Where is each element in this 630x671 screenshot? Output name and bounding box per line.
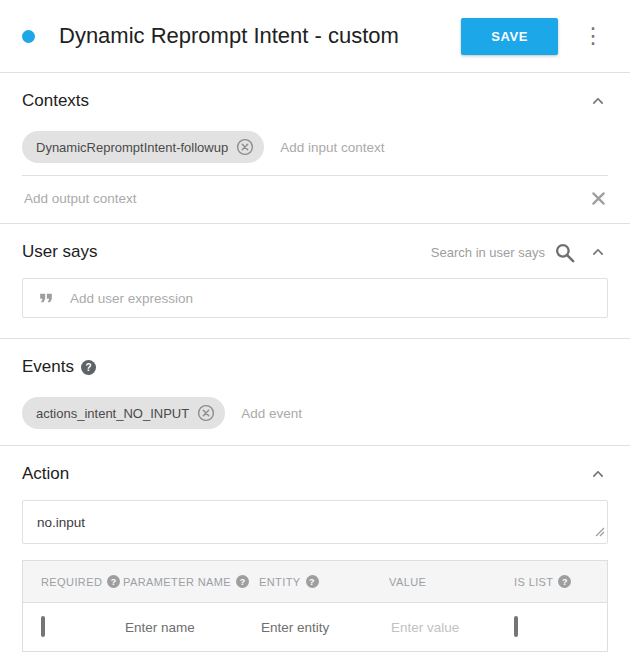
- add-event-field[interactable]: [239, 405, 608, 422]
- more-options-icon[interactable]: ⋮: [578, 23, 608, 49]
- events-help-icon[interactable]: ?: [81, 360, 96, 375]
- contexts-section: Contexts DynamicRepromptIntent-followup: [0, 89, 630, 223]
- add-output-context-field[interactable]: [22, 190, 589, 207]
- user-says-header: User says: [22, 240, 608, 264]
- add-user-expression-field[interactable]: [68, 290, 594, 307]
- header: Dynamic Reprompt Intent - custom SAVE ⋮: [0, 0, 630, 72]
- col-label: ENTITY: [259, 576, 301, 588]
- intent-status-dot: [22, 30, 35, 43]
- parameters-header-row: REQUIRED ? PARAMETER NAME ? ENTITY ? VAL…: [23, 561, 607, 603]
- chip-label: DynamicRepromptIntent-followup: [36, 140, 228, 155]
- resize-grip-icon[interactable]: [595, 523, 605, 541]
- collapse-contexts-icon[interactable]: [588, 91, 608, 111]
- intent-editor: Dynamic Reprompt Intent - custom SAVE ⋮ …: [0, 0, 630, 652]
- action-section: Action: [0, 462, 630, 544]
- is-list-help-icon[interactable]: ?: [558, 575, 571, 588]
- col-parameter-name: PARAMETER NAME ?: [123, 575, 259, 588]
- quote-icon: [36, 288, 56, 308]
- events-header: Events ?: [22, 355, 608, 379]
- is-list-checkbox[interactable]: [514, 616, 518, 637]
- col-label: PARAMETER NAME: [123, 576, 231, 588]
- col-label: VALUE: [389, 576, 426, 588]
- action-value-box: [22, 500, 608, 544]
- input-context-chip: DynamicRepromptIntent-followup: [22, 131, 264, 163]
- events-row: actions_intent_NO_INPUT: [22, 393, 608, 445]
- col-entity: ENTITY ?: [259, 575, 389, 588]
- output-context-row: [22, 176, 608, 223]
- action-value-field[interactable]: [23, 515, 607, 530]
- contexts-title: Contexts: [22, 91, 89, 111]
- parameter-name-help-icon[interactable]: ?: [236, 575, 249, 588]
- page-title: Dynamic Reprompt Intent - custom: [59, 23, 399, 49]
- col-label: IS LIST: [514, 576, 553, 588]
- col-value: VALUE: [389, 576, 514, 588]
- required-checkbox[interactable]: [41, 616, 45, 637]
- chip-label: actions_intent_NO_INPUT: [36, 406, 189, 421]
- collapse-user-says-icon[interactable]: [588, 242, 608, 262]
- parameter-row: [23, 603, 607, 651]
- action-header: Action: [22, 462, 608, 486]
- header-divider: [0, 72, 630, 73]
- value-field[interactable]: [389, 619, 502, 636]
- parameters-table: REQUIRED ? PARAMETER NAME ? ENTITY ? VAL…: [22, 560, 608, 652]
- add-input-context-field[interactable]: [278, 139, 608, 156]
- section-divider: [0, 445, 630, 446]
- remove-input-context-icon[interactable]: [236, 138, 254, 156]
- user-says-section: User says: [0, 240, 630, 318]
- event-chip: actions_intent_NO_INPUT: [22, 397, 225, 429]
- user-says-title: User says: [22, 242, 98, 262]
- collapse-action-icon[interactable]: [588, 464, 608, 484]
- contexts-header: Contexts: [22, 89, 608, 113]
- user-expression-box: [22, 278, 608, 318]
- input-contexts-row: DynamicRepromptIntent-followup: [22, 127, 608, 175]
- save-button[interactable]: SAVE: [461, 18, 558, 55]
- section-divider: [0, 338, 630, 339]
- remove-event-icon[interactable]: [197, 404, 215, 422]
- parameter-name-field[interactable]: [123, 619, 245, 636]
- col-label: REQUIRED: [41, 576, 102, 588]
- events-section: Events ? actions_intent_NO_INPUT: [0, 355, 630, 445]
- events-title: Events: [22, 357, 74, 377]
- clear-output-contexts-icon[interactable]: [589, 189, 608, 208]
- entity-field[interactable]: [259, 619, 376, 636]
- action-title: Action: [22, 464, 69, 484]
- entity-help-icon[interactable]: ?: [306, 575, 319, 588]
- search-icon[interactable]: [553, 241, 576, 264]
- section-divider: [0, 223, 630, 224]
- required-help-icon[interactable]: ?: [107, 575, 120, 588]
- col-required: REQUIRED ?: [41, 575, 123, 588]
- col-is-list: IS LIST ?: [514, 575, 607, 588]
- search-user-says-input[interactable]: [419, 244, 547, 261]
